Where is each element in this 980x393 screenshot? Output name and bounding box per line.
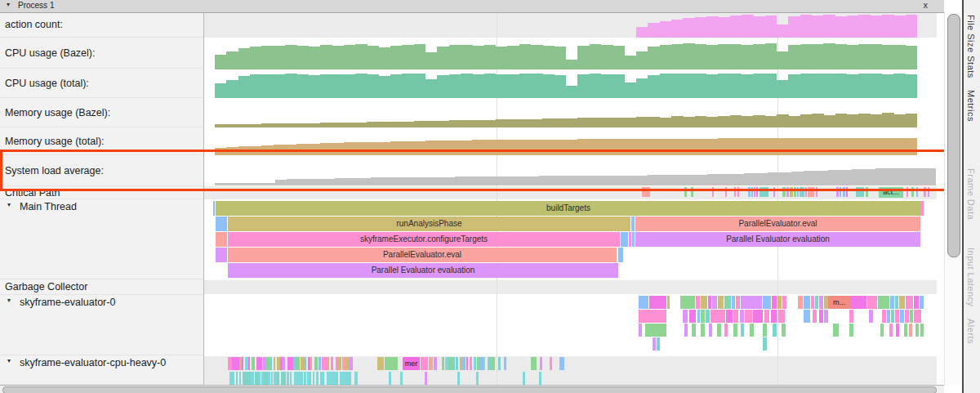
evaluator-event[interactable] bbox=[914, 296, 919, 309]
vertical-scrollbar[interactable] bbox=[944, 12, 963, 385]
flame-bar[interactable]: buildTargets bbox=[216, 201, 921, 216]
evaluator-event[interactable] bbox=[708, 296, 711, 309]
evaluator-event[interactable] bbox=[696, 296, 700, 309]
cpu-heavy-event[interactable] bbox=[305, 357, 306, 370]
evaluator-event[interactable] bbox=[701, 310, 705, 323]
cpu-heavy-event[interactable] bbox=[259, 357, 262, 370]
evaluator-event[interactable] bbox=[763, 296, 771, 309]
cpu-heavy-event[interactable] bbox=[296, 357, 300, 370]
evaluator-event[interactable] bbox=[914, 310, 921, 323]
evaluator-event[interactable] bbox=[849, 310, 853, 323]
evaluator-event[interactable] bbox=[726, 310, 733, 323]
evaluator-event[interactable] bbox=[869, 310, 873, 323]
evaluator-event[interactable] bbox=[728, 296, 731, 309]
evaluator-event[interactable] bbox=[724, 324, 728, 337]
cpu-heavy-event[interactable] bbox=[531, 357, 537, 370]
evaluator-event[interactable] bbox=[718, 296, 724, 309]
evaluator-event[interactable] bbox=[753, 310, 763, 323]
cpu-heavy-event[interactable] bbox=[338, 357, 341, 370]
evaluator-event[interactable] bbox=[815, 296, 818, 309]
flame-bar[interactable] bbox=[216, 217, 227, 231]
flame-bar[interactable] bbox=[621, 232, 628, 247]
evaluator-event[interactable] bbox=[683, 310, 688, 323]
evaluator-event[interactable] bbox=[709, 324, 712, 337]
cpu-heavy-event[interactable] bbox=[300, 372, 303, 385]
evaluator-event[interactable] bbox=[741, 296, 762, 309]
cpu-heavy-event[interactable] bbox=[316, 372, 319, 385]
evaluator-event[interactable] bbox=[778, 310, 785, 323]
cpu-heavy-event[interactable] bbox=[389, 372, 391, 385]
evaluator-event[interactable] bbox=[773, 324, 777, 337]
cpu-heavy-event[interactable] bbox=[377, 357, 384, 370]
evaluator-event[interactable] bbox=[733, 310, 738, 323]
evaluator-event[interactable] bbox=[890, 296, 894, 309]
cpu-heavy-event[interactable] bbox=[263, 357, 266, 370]
cpu-heavy-event[interactable] bbox=[452, 357, 455, 370]
evaluator-event[interactable] bbox=[701, 324, 705, 337]
process-header[interactable]: ▾ Process 1 x bbox=[0, 0, 944, 13]
cpu-heavy-event[interactable] bbox=[271, 372, 273, 385]
evaluator-event[interactable] bbox=[764, 310, 769, 323]
horizontal-scrollbar[interactable] bbox=[0, 385, 944, 393]
cpu-heavy-event[interactable] bbox=[274, 357, 276, 370]
cpu-heavy-event[interactable] bbox=[310, 372, 311, 385]
cpu-heavy-event[interactable] bbox=[540, 357, 542, 370]
cpu-heavy-event[interactable] bbox=[290, 372, 292, 385]
cpu-heavy-event[interactable] bbox=[476, 372, 479, 385]
flame-bar[interactable] bbox=[618, 248, 623, 262]
cpu-heavy-event[interactable] bbox=[429, 357, 433, 370]
evaluator-event[interactable] bbox=[653, 337, 656, 351]
evaluator-event[interactable] bbox=[645, 324, 666, 337]
cpu-heavy-event[interactable] bbox=[252, 357, 255, 370]
flame-bar[interactable] bbox=[632, 232, 635, 247]
evaluator-event[interactable] bbox=[733, 324, 737, 337]
cpu-heavy-event[interactable] bbox=[283, 372, 286, 385]
flame-bar[interactable]: ParallelEvaluator.eval bbox=[228, 248, 617, 262]
cpu-heavy-event[interactable] bbox=[259, 372, 261, 385]
collapse-triangle-icon[interactable]: ▾ bbox=[7, 1, 10, 8]
flame-bar[interactable]: ParallelEvaluator.eval bbox=[635, 217, 920, 231]
evaluator-event[interactable] bbox=[697, 310, 700, 323]
evaluator-event[interactable] bbox=[680, 296, 695, 309]
evaluator-event[interactable] bbox=[798, 296, 803, 309]
cpu-heavy-event[interactable] bbox=[277, 372, 279, 385]
cpu-heavy-event[interactable] bbox=[539, 372, 541, 385]
cpu-heavy-event[interactable] bbox=[327, 372, 338, 385]
evaluator-event[interactable] bbox=[692, 324, 696, 337]
cpu-heavy-event[interactable] bbox=[385, 357, 398, 370]
evaluator-event[interactable] bbox=[771, 310, 777, 323]
badge-m[interactable]: m... bbox=[828, 296, 850, 309]
cpu-heavy-event[interactable] bbox=[251, 372, 254, 385]
cpu-heavy-event[interactable] bbox=[232, 372, 234, 385]
evaluator-event[interactable] bbox=[880, 324, 884, 337]
evaluator-event[interactable] bbox=[813, 310, 817, 323]
evaluator-event[interactable] bbox=[824, 310, 828, 323]
tab-input-latency[interactable]: Input Latency bbox=[966, 248, 976, 307]
cpu-heavy-event[interactable] bbox=[470, 357, 472, 370]
evaluator-event[interactable] bbox=[915, 324, 919, 337]
cpu-heavy-event[interactable] bbox=[268, 372, 270, 385]
evaluator-event[interactable] bbox=[887, 310, 890, 323]
evaluator-event[interactable] bbox=[706, 310, 710, 323]
evaluator-event[interactable] bbox=[736, 296, 740, 309]
evaluator-event[interactable] bbox=[804, 296, 810, 309]
evaluator-event[interactable] bbox=[867, 296, 877, 309]
evaluator-event[interactable] bbox=[889, 324, 893, 337]
flame-bar[interactable] bbox=[629, 232, 631, 247]
evaluator-event[interactable] bbox=[891, 310, 894, 323]
badge-mer[interactable]: mer bbox=[403, 357, 420, 370]
flame-bar[interactable] bbox=[216, 248, 227, 262]
evaluator-event[interactable] bbox=[819, 310, 823, 323]
cpu-heavy-event[interactable] bbox=[239, 372, 241, 385]
evaluator-event[interactable] bbox=[920, 324, 924, 337]
cpu-heavy-event[interactable] bbox=[270, 357, 273, 370]
cpu-heavy-event[interactable] bbox=[340, 372, 351, 385]
evaluator-event[interactable] bbox=[910, 310, 913, 323]
evaluator-event[interactable] bbox=[895, 310, 899, 323]
evaluator-event[interactable] bbox=[689, 310, 696, 323]
cpu-heavy-event[interactable] bbox=[442, 357, 443, 370]
cpu-heavy-event[interactable] bbox=[400, 372, 403, 385]
evaluator-event[interactable] bbox=[895, 296, 898, 309]
evaluator-event[interactable] bbox=[909, 324, 912, 337]
evaluator-event[interactable] bbox=[657, 337, 660, 351]
